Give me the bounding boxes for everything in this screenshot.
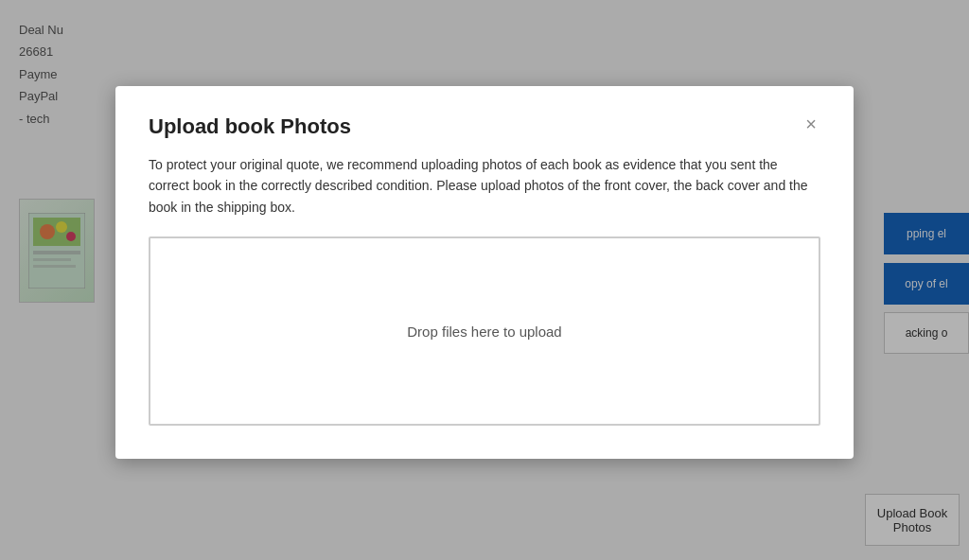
modal-header: Upload book Photos × <box>149 114 820 139</box>
drop-zone-label: Drop files here to upload <box>407 324 561 340</box>
modal-close-button[interactable]: × <box>802 114 820 133</box>
modal-title: Upload book Photos <box>149 114 351 139</box>
file-drop-zone[interactable]: Drop files here to upload <box>149 236 820 426</box>
modal-description: To protect your original quote, we recom… <box>149 154 820 218</box>
upload-photos-modal: Upload book Photos × To protect your ori… <box>115 86 854 459</box>
